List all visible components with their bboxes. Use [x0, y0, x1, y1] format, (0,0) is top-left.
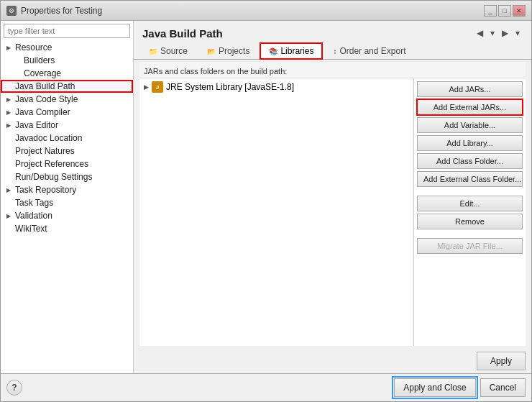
- sidebar-item-wikitext[interactable]: WikiText: [1, 222, 133, 235]
- right-panel: Java Build Path ◀ ▾ ▶ ▾ 📁 Source 📂 Proje…: [134, 21, 531, 373]
- help-button[interactable]: ?: [6, 380, 22, 396]
- sidebar-item-project-natures[interactable]: Project Natures: [1, 145, 133, 157]
- add-jars-button[interactable]: Add JARs...: [417, 81, 523, 97]
- sidebar-item-validation[interactable]: ▶ Validation: [1, 209, 133, 222]
- expand-arrow: ▶: [6, 213, 12, 219]
- nav-buttons: ◀ ▾ ▶ ▾: [474, 27, 523, 40]
- sidebar-item-label: Javadoc Location: [15, 133, 82, 143]
- jar-item-jre[interactable]: ▶ J JRE System Library [JavaSE-1.8]: [141, 80, 412, 94]
- build-path-content: JARs and class folders on the build path…: [139, 63, 526, 346]
- sidebar-item-label: Task Tags: [15, 198, 53, 208]
- migrate-jar-button: Migrate JAR File...: [417, 238, 523, 254]
- sidebar-item-label: Validation: [15, 211, 52, 221]
- sidebar-item-project-references[interactable]: Project References: [1, 157, 133, 170]
- properties-window: ⚙ Properties for Testing _ □ ✕ ▶ Resourc…: [0, 0, 532, 402]
- libraries-tab-icon: 📚: [269, 47, 278, 55]
- tab-source-label: Source: [160, 46, 188, 56]
- build-path-main: ▶ J JRE System Library [JavaSE-1.8] Add …: [139, 78, 526, 346]
- sidebar-item-run-debug-settings[interactable]: Run/Debug Settings: [1, 170, 133, 183]
- sidebar: ▶ Resource Builders Coverage Java Build …: [1, 21, 134, 373]
- filter-input[interactable]: [4, 24, 130, 38]
- apply-and-close-button[interactable]: Apply and Close: [394, 378, 475, 397]
- sidebar-item-java-code-style[interactable]: ▶ Java Code Style: [1, 93, 133, 106]
- title-bar: ⚙ Properties for Testing _ □ ✕: [1, 1, 531, 21]
- tab-libraries[interactable]: 📚 Libraries: [260, 42, 323, 60]
- sidebar-item-label: Run/Debug Settings: [15, 172, 92, 182]
- tab-libraries-label: Libraries: [280, 46, 313, 56]
- jars-label: JARs and class folders on the build path…: [139, 63, 526, 78]
- tab-order-export-label: Order and Export: [339, 46, 405, 56]
- tab-projects-label: Projects: [219, 46, 249, 56]
- cancel-button[interactable]: Cancel: [480, 378, 526, 397]
- panel-title: Java Build Path: [142, 27, 223, 40]
- button-spacer-1: [417, 189, 523, 193]
- sidebar-item-resource[interactable]: ▶ Resource: [1, 41, 133, 54]
- minimize-button[interactable]: _: [484, 5, 497, 17]
- title-bar-left: ⚙ Properties for Testing: [6, 6, 102, 16]
- jars-list: ▶ J JRE System Library [JavaSE-1.8]: [139, 78, 414, 346]
- add-external-class-folder-button[interactable]: Add External Class Folder...: [417, 171, 523, 187]
- sidebar-item-label: Java Compiler: [15, 107, 70, 117]
- projects-tab-icon: 📂: [207, 47, 216, 55]
- window-icon: ⚙: [6, 6, 17, 16]
- sidebar-item-javadoc-location[interactable]: Javadoc Location: [1, 132, 133, 145]
- title-buttons: _ □ ✕: [484, 5, 526, 17]
- sidebar-item-label: Resource: [15, 42, 52, 52]
- buttons-panel: Add JARs... Add External JARs... Add Var…: [414, 78, 526, 346]
- tab-projects[interactable]: 📂 Projects: [198, 42, 259, 59]
- sidebar-item-label: WikiText: [15, 224, 47, 234]
- nav-forward-button[interactable]: ▶: [499, 27, 511, 40]
- panel-header: Java Build Path ◀ ▾ ▶ ▾: [134, 21, 531, 42]
- expand-arrow: ▶: [6, 45, 12, 51]
- sidebar-item-task-repository[interactable]: ▶ Task Repository: [1, 183, 133, 196]
- jar-expand-arrow: ▶: [144, 83, 149, 91]
- sidebar-item-label: Task Repository: [15, 185, 76, 195]
- sidebar-item-label: Java Build Path: [15, 81, 75, 91]
- sidebar-item-label: Coverage: [24, 68, 61, 78]
- tab-source[interactable]: 📁 Source: [139, 42, 197, 59]
- apply-row: Apply: [134, 349, 531, 373]
- sidebar-item-builders[interactable]: Builders: [1, 54, 133, 67]
- nav-back-button[interactable]: ◀: [474, 27, 486, 40]
- add-library-button[interactable]: Add Library...: [417, 135, 523, 151]
- nav-menu-button[interactable]: ▾: [513, 27, 523, 40]
- close-button[interactable]: ✕: [513, 5, 526, 17]
- jar-item-label: JRE System Library [JavaSE-1.8]: [166, 82, 294, 92]
- add-variable-button[interactable]: Add Variable...: [417, 117, 523, 133]
- add-external-jars-button[interactable]: Add External JARs...: [417, 99, 523, 115]
- sidebar-item-coverage[interactable]: Coverage: [1, 67, 133, 80]
- window-title: Properties for Testing: [21, 6, 102, 16]
- expand-arrow: ▶: [6, 109, 12, 116]
- apply-button[interactable]: Apply: [477, 352, 526, 370]
- add-class-folder-button[interactable]: Add Class Folder...: [417, 153, 523, 169]
- sidebar-item-java-build-path[interactable]: Java Build Path: [1, 80, 133, 93]
- sidebar-item-java-compiler[interactable]: ▶ Java Compiler: [1, 106, 133, 119]
- remove-button[interactable]: Remove: [417, 214, 523, 229]
- button-spacer-2: [417, 232, 523, 236]
- sidebar-item-label: Project References: [15, 159, 88, 169]
- maximize-button[interactable]: □: [498, 5, 511, 17]
- main-content: ▶ Resource Builders Coverage Java Build …: [1, 21, 531, 373]
- sidebar-item-java-editor[interactable]: ▶ Java Editor: [1, 119, 133, 132]
- expand-arrow: ▶: [6, 96, 12, 103]
- sidebar-tree: ▶ Resource Builders Coverage Java Build …: [1, 41, 133, 373]
- order-export-tab-icon: ↕: [333, 47, 336, 55]
- tab-order-export[interactable]: ↕ Order and Export: [324, 42, 415, 59]
- sidebar-item-label: Project Natures: [15, 146, 75, 156]
- edit-button[interactable]: Edit...: [417, 196, 523, 211]
- expand-arrow: ▶: [6, 122, 12, 129]
- sidebar-item-label: Builders: [24, 55, 55, 65]
- source-tab-icon: 📁: [149, 47, 157, 55]
- sidebar-item-label: Java Code Style: [15, 94, 78, 104]
- bottom-bar: ? Apply and Close Cancel: [1, 373, 531, 401]
- bottom-left: ?: [6, 380, 22, 396]
- expand-arrow: ▶: [6, 187, 12, 193]
- tabs-bar: 📁 Source 📂 Projects 📚 Libraries ↕ Order …: [134, 42, 531, 60]
- jar-icon: J: [152, 81, 163, 93]
- sidebar-item-label: Java Editor: [15, 120, 58, 130]
- nav-dropdown-button[interactable]: ▾: [487, 27, 497, 40]
- sidebar-item-task-tags[interactable]: Task Tags: [1, 196, 133, 209]
